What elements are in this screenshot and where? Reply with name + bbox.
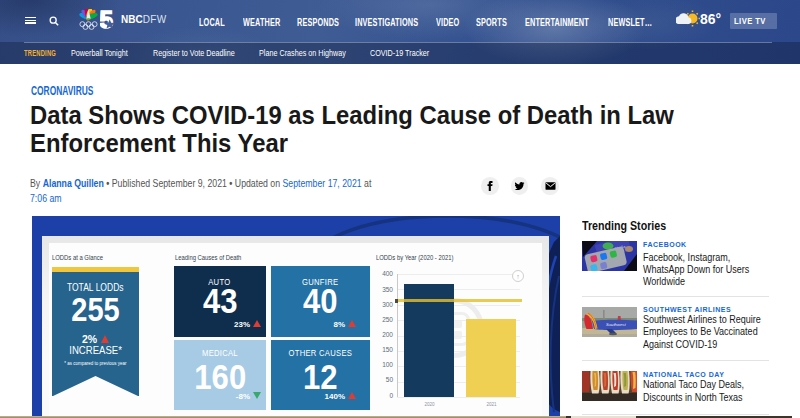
svg-text:Southwest: Southwest <box>606 322 626 327</box>
